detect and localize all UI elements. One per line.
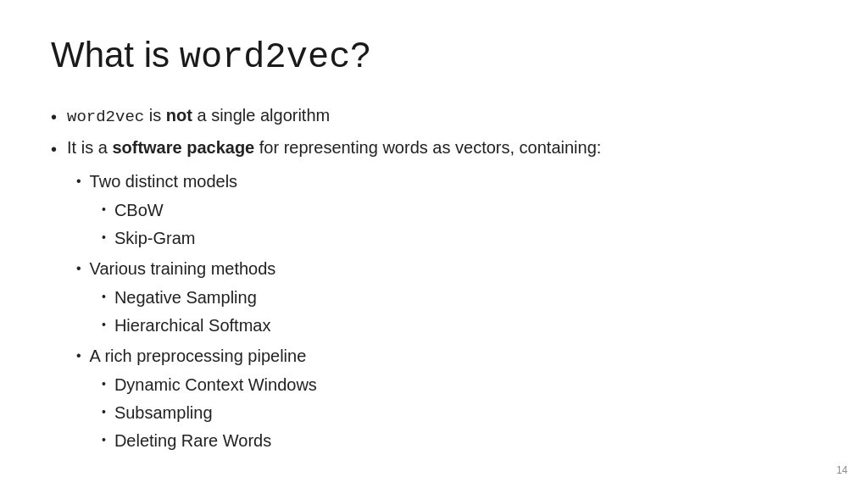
bullet-2-1-header: • Two distinct models	[76, 169, 817, 194]
slide-content: • word2vec is not a single algorithm • I…	[51, 103, 817, 453]
bullet-2-1-marker: •	[76, 171, 81, 191]
bullet-2-2-2-marker: •	[102, 316, 106, 334]
bullet-1-marker: •	[51, 104, 57, 130]
bullet-2-3-2-text: Subsampling	[114, 400, 817, 425]
bullet-2-2-2: • Hierarchical Softmax	[102, 313, 817, 338]
bullet-2-3-3-text: Deleting Rare Words	[114, 428, 817, 453]
bullet-2-3-header: • A rich preprocessing pipeline	[76, 343, 817, 369]
bullet-2-1-text: Two distinct models	[90, 169, 817, 194]
bullet-1-code: word2vec	[67, 108, 144, 126]
slide: What is word2vec? • word2vec is not a si…	[0, 0, 868, 488]
bullet-2-3-2: • Subsampling	[102, 400, 817, 425]
bullet-2-2: • Various training methods • Negative Sa…	[51, 256, 817, 338]
bullet-2-1-2-marker: •	[102, 229, 106, 247]
title-suffix: ?	[350, 35, 370, 75]
bullet-2-bold: software package	[112, 138, 254, 157]
bullet-2-3-1-marker: •	[102, 375, 106, 393]
bullet-2-2-1-text: Negative Sampling	[114, 285, 817, 310]
bullet-2-1: • Two distinct models • CBoW • Skip-Gram	[51, 169, 817, 251]
bullet-2-3-1-text: Dynamic Context Windows	[114, 372, 817, 397]
bullet-2-3-1: • Dynamic Context Windows	[102, 372, 817, 397]
slide-title: What is word2vec?	[51, 34, 817, 79]
bullet-2-2-header: • Various training methods	[76, 256, 817, 281]
bullet-2-header: • It is a software package for represent…	[51, 135, 817, 162]
bullet-2-3-text: A rich preprocessing pipeline	[90, 343, 817, 369]
bullet-2-1-1-text: CBoW	[114, 197, 817, 223]
page-number: 14	[837, 464, 848, 476]
bullet-2-3-3-marker: •	[102, 431, 106, 449]
bullet-1-text: word2vec is not a single algorithm	[67, 103, 817, 130]
bullet-2-2-1: • Negative Sampling	[102, 285, 817, 310]
bullet-2-1-1-marker: •	[102, 201, 106, 219]
title-code: word2vec	[180, 37, 351, 78]
bullet-2-2-text: Various training methods	[90, 256, 817, 281]
bullet-2-2-2-text: Hierarchical Softmax	[114, 313, 817, 338]
bullet-2-2-marker: •	[76, 258, 81, 279]
bullet-2-1-2: • Skip-Gram	[102, 225, 817, 251]
bullet-2-3: • A rich preprocessing pipeline • Dynami…	[51, 343, 817, 453]
bullet-2-3-marker: •	[76, 346, 81, 366]
bullet-1-bold: not	[166, 106, 192, 125]
bullet-2-3-2-marker: •	[102, 403, 106, 421]
bullet-2-1-2-text: Skip-Gram	[114, 225, 817, 251]
bullet-2: • It is a software package for represent…	[51, 135, 817, 453]
bullet-2-2-1-marker: •	[102, 288, 106, 306]
bullet-2-3-3: • Deleting Rare Words	[102, 428, 817, 453]
bullet-1: • word2vec is not a single algorithm	[51, 103, 817, 130]
bullet-2-marker: •	[51, 136, 57, 162]
bullet-2-text: It is a software package for representin…	[67, 135, 817, 160]
title-prefix: What is	[51, 35, 180, 75]
bullet-2-1-1: • CBoW	[102, 197, 817, 223]
